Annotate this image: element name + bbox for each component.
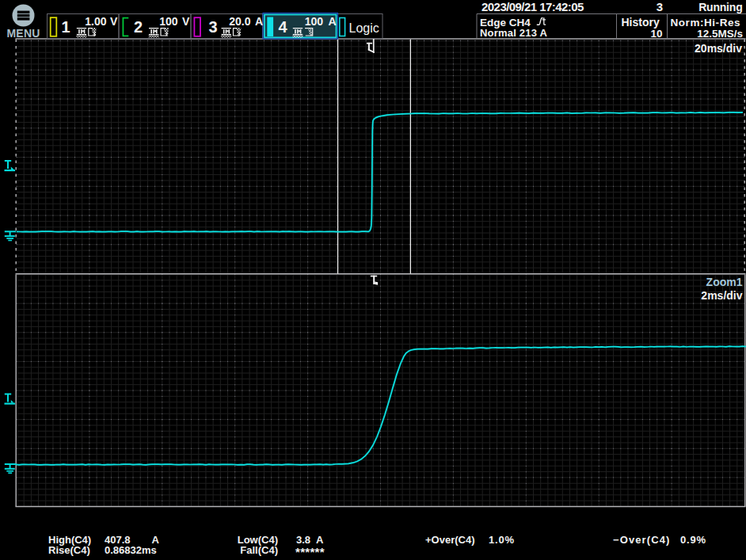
svg-text:Rise(C4): Rise(C4) (48, 544, 90, 556)
svg-text:0.86832ms: 0.86832ms (105, 544, 157, 556)
svg-text:12.5MS/s: 12.5MS/s (697, 28, 743, 40)
svg-text:10: 10 (650, 28, 662, 40)
svg-text:20ms/div: 20ms/div (695, 42, 742, 55)
svg-text:Running: Running (698, 1, 742, 13)
svg-text:Logic: Logic (349, 21, 379, 35)
svg-text:+Over(C4): +Over(C4) (425, 534, 475, 546)
svg-text:Normal 213 A: Normal 213 A (480, 27, 547, 39)
svg-text:1: 1 (62, 18, 70, 36)
svg-text:Fall(C4): Fall(C4) (240, 544, 278, 556)
svg-text:1.0%: 1.0% (489, 534, 515, 546)
svg-text:1.00: 1.00 (85, 15, 106, 28)
svg-text:20.0: 20.0 (229, 15, 250, 28)
svg-text:2: 2 (134, 18, 143, 36)
svg-text:100: 100 (159, 15, 178, 28)
svg-text:0.9%: 0.9% (680, 534, 706, 546)
svg-text:V: V (110, 15, 118, 28)
svg-text:******: ****** (295, 545, 325, 558)
svg-text:MENU: MENU (6, 27, 40, 40)
svg-text:3: 3 (657, 0, 663, 13)
svg-text:V: V (182, 15, 190, 28)
svg-text:100: 100 (305, 15, 324, 28)
svg-text:2ms/div: 2ms/div (701, 289, 742, 302)
svg-text:A: A (255, 15, 263, 28)
svg-text:A: A (329, 15, 337, 28)
svg-text:3: 3 (209, 18, 218, 36)
svg-text:2023/09/21 17:42:05: 2023/09/21 17:42:05 (481, 0, 584, 13)
svg-text:4: 4 (279, 18, 288, 36)
svg-text:Zoom1: Zoom1 (706, 276, 743, 288)
svg-text:−Over(C4): −Over(C4) (613, 534, 670, 546)
